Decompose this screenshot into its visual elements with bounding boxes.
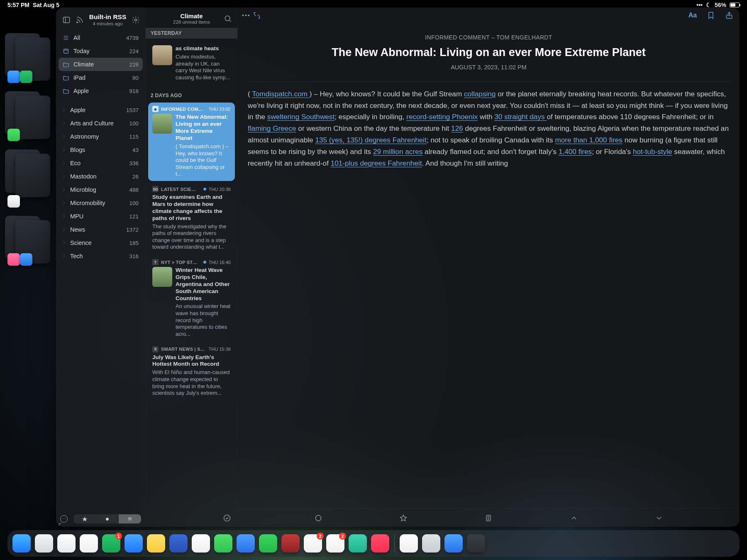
article-date: AUGUST 3, 2023, 11:02 PM <box>249 64 527 71</box>
sidebar-item-label: Climate <box>73 61 94 68</box>
sidebar-item-label: Astronomy <box>70 133 99 140</box>
unread-dot-icon <box>203 188 206 191</box>
sidebar-item-arts-and-culture[interactable]: 〉 Arts and Culture 100 <box>59 117 143 130</box>
link-30-days[interactable]: 30 straight days <box>494 112 527 121</box>
sidebar-item-label: Science <box>70 240 92 246</box>
window-grabber-icon[interactable]: ••• <box>241 12 251 19</box>
link-135[interactable]: 135 (yes, 135!) degrees Fahrenheit <box>315 136 426 144</box>
sidebar-item-count: 316 <box>129 253 139 259</box>
sidebar-item-science[interactable]: 〉 Science 185 <box>59 236 143 249</box>
sidebar-item-news[interactable]: 〉 News 1372 <box>59 223 143 236</box>
chevron-right-icon: 〉 <box>63 226 66 233</box>
chevron-right-icon: 〉 <box>63 173 66 180</box>
sidebar-item-apple[interactable]: Apple 918 <box>59 84 143 98</box>
list-subtitle: 228 unread items <box>160 20 223 24</box>
list-item[interactable]: SSMART NEWS | SMITHSONIANM...THU 15:38 J… <box>148 343 235 396</box>
sidebar-item-count: 918 <box>129 88 139 94</box>
sidebar-item-label: Micromobility <box>70 200 105 206</box>
sidebar-item-all[interactable]: All 4739 <box>59 31 143 44</box>
chevron-right-icon: 〉 <box>63 213 66 220</box>
svg-line-10 <box>229 20 231 22</box>
sidebar-item-mastodon[interactable]: 〉 Mastodon 26 <box>59 170 143 183</box>
search-icon[interactable] <box>223 14 232 23</box>
article-kicker: INFORMED COMMENT – TOM ENGELHARDT <box>249 34 527 41</box>
list-item-summary: Culex modestus, already in UK, can carry… <box>176 54 231 81</box>
sidebar-item-label: Today <box>73 48 90 54</box>
list-item-time: THU 16:40 <box>209 260 231 265</box>
sidebar-item-count: 100 <box>129 200 139 206</box>
list-item-summary: The study investigated why the paths of … <box>152 223 231 251</box>
list-item-headline: Study examines Earth and Mars to determi… <box>152 194 231 222</box>
link-sweltering-southwest[interactable]: sweltering Southwest <box>267 112 334 121</box>
sidebar-item-count: 115 <box>129 134 139 140</box>
chevron-right-icon: 〉 <box>63 253 66 260</box>
sidebar-toggle-icon[interactable] <box>62 15 71 24</box>
article-list: Climate 228 unread items YESTERDAY as cl… <box>146 7 238 396</box>
sidebar-item-count: 100 <box>129 120 139 127</box>
chevron-right-icon: 〉 <box>63 200 66 207</box>
folder-icon <box>63 74 69 81</box>
sidebar-item-today[interactable]: Today 224 <box>59 44 143 58</box>
svg-point-9 <box>225 16 230 21</box>
link-29m-acres[interactable]: 29 million acres <box>373 147 422 156</box>
sidebar-item-count: 121 <box>129 213 139 220</box>
section-yesterday: YESTERDAY <box>146 28 237 39</box>
sidebar-item-climate[interactable]: Climate 228 <box>59 58 143 71</box>
link-phoenix[interactable]: record-setting Phoenix <box>406 112 478 121</box>
sidebar-item-count: 224 <box>129 48 139 54</box>
list-item[interactable]: ◆INFORMED COMMENTTHU 23:02 The New Abnor… <box>148 103 235 181</box>
list-item-time: THU 20:38 <box>209 187 231 192</box>
stage-group-3[interactable] <box>5 149 49 208</box>
sidebar-item-label: iPad <box>73 74 85 81</box>
stage-group-2[interactable] <box>5 91 49 141</box>
link-collapsing[interactable]: collapsing <box>464 90 496 98</box>
sidebar-item-label: MPU <box>70 213 83 220</box>
sidebar-item-count: 4739 <box>126 35 139 41</box>
sidebar-item-microblog[interactable]: 〉 Microblog 488 <box>59 183 143 196</box>
list-item[interactable]: TNYT > TOP STORIESTHU 16:40 Winter Heat … <box>148 256 235 341</box>
source-badge: S <box>152 346 159 352</box>
list-item-headline: July Was Likely Earth's Hottest Month on… <box>152 354 231 368</box>
link-101[interactable]: 101-plus degrees Fahrenheit <box>331 159 422 167</box>
source-badge: T <box>152 259 159 265</box>
sidebar-item-ipad[interactable]: iPad 80 <box>59 71 143 84</box>
list-item-source: SMART NEWS | SMITHSONIANM... <box>161 347 206 352</box>
stage-manager-strip <box>5 33 49 274</box>
article-body[interactable]: ( Tomdispatch.com ) – Hey, who knows? It… <box>238 88 527 174</box>
list-icon <box>63 34 69 41</box>
list-item-source: LATEST SCIENCE NEWS -- S... <box>161 187 199 192</box>
sidebar-item-count: 336 <box>129 160 139 166</box>
sidebar-item-label: All <box>73 34 80 41</box>
sidebar-item-count: 80 <box>132 75 139 81</box>
sidebar-item-micromobility[interactable]: 〉 Micromobility 100 <box>59 196 143 210</box>
chevron-right-icon: 〉 <box>63 186 66 193</box>
chevron-right-icon: 〉 <box>63 240 66 247</box>
list-item[interactable]: as climate heats Culex modestus, already… <box>148 40 235 84</box>
sidebar-item-mpu[interactable]: 〉 MPU 121 <box>59 210 143 223</box>
sidebar-item-astronomy[interactable]: 〉 Astronomy 115 <box>59 130 143 143</box>
gear-icon[interactable] <box>131 15 140 24</box>
sidebar-item-count: 1537 <box>126 107 139 113</box>
sidebar-item-label: Apple <box>73 88 89 94</box>
sidebar-item-count: 185 <box>129 240 139 246</box>
list-item-summary: ( Tomdispatch.com ) – Hey, who knows? It… <box>176 143 231 178</box>
status-time: 5:57 PM <box>7 2 29 8</box>
sidebar: Built-in RSS 4 minutes ago All 4739 Toda… <box>56 7 146 396</box>
sidebar-item-eco[interactable]: 〉 Eco 336 <box>59 157 143 170</box>
stage-group-1[interactable] <box>5 33 49 83</box>
sidebar-item-apple[interactable]: 〉 Apple 1537 <box>59 103 143 117</box>
link-126[interactable]: 126 <box>451 124 463 132</box>
sidebar-item-label: Apple <box>70 107 85 113</box>
rss-icon[interactable] <box>75 15 84 24</box>
expand-icon[interactable] <box>253 12 261 19</box>
stage-group-4[interactable] <box>5 216 49 266</box>
list-title: Climate <box>160 12 223 20</box>
list-item[interactable]: SDLATEST SCIENCE NEWS -- S...THU 20:38 S… <box>148 183 235 254</box>
thumbnail <box>152 114 172 134</box>
sidebar-item-tech[interactable]: 〉 Tech 316 <box>59 249 143 263</box>
sidebar-item-blogs[interactable]: 〉 Blogs 43 <box>59 143 143 157</box>
link-greece[interactable]: flaming Greece <box>248 124 296 132</box>
status-date: Sat Aug 5 <box>33 2 59 8</box>
sidebar-item-label: Arts and Culture <box>70 120 114 127</box>
link-tomdispatch[interactable]: Tomdispatch.com <box>252 90 310 98</box>
